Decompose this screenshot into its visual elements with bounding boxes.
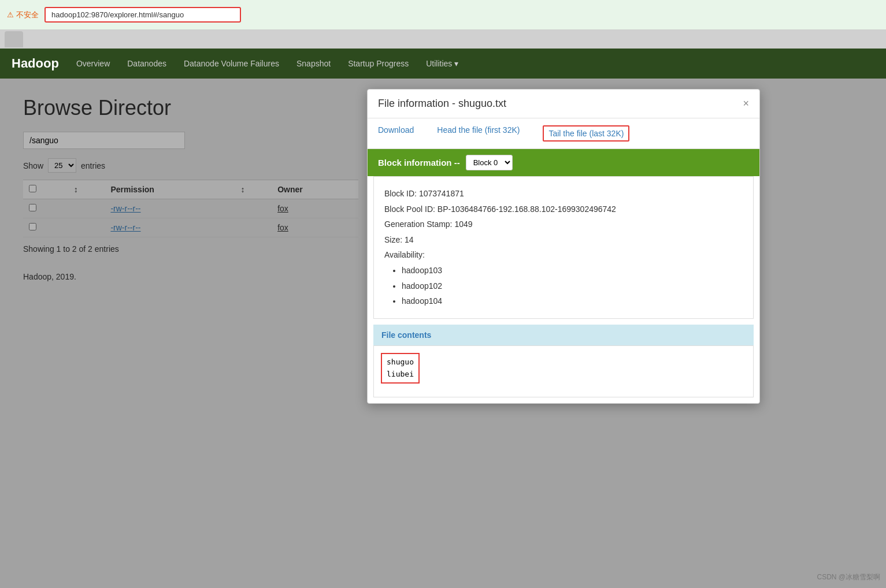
modal-close-button[interactable]: × <box>743 98 749 110</box>
availability-list: hadoop103 hadoop102 hadoop104 <box>402 263 743 309</box>
block-details: Block ID: 1073741871 Block Pool ID: BP-1… <box>373 176 754 319</box>
hadoop-logo: Hadoop <box>12 56 59 71</box>
availability-node-0: hadoop103 <box>402 263 743 278</box>
modal-header: File information - shuguo.txt × <box>368 90 759 118</box>
url-bar[interactable]: hadoop102:9870/explorer.html#/sanguo <box>45 7 241 23</box>
nav-utilities[interactable]: Utilities ▾ <box>426 59 458 68</box>
nav-startup-progress[interactable]: Startup Progress <box>348 59 409 68</box>
availability-label: Availability: <box>384 250 425 259</box>
generation-stamp-value: 1049 <box>454 219 472 229</box>
browser-bar: ⚠ 不安全 hadoop102:9870/explorer.html#/sang… <box>0 0 886 30</box>
block-select[interactable]: Block 0 <box>466 155 513 170</box>
block-id-value: 1073741871 <box>419 189 464 198</box>
file-contents-text: shuguo liubei <box>381 353 420 384</box>
block-pool-row: Block Pool ID: BP-1036484766-192.168.88.… <box>384 202 743 217</box>
modal-title: File information - shuguo.txt <box>378 98 506 110</box>
file-line-2: liubei <box>387 370 414 378</box>
generation-stamp-row: Generation Stamp: 1049 <box>384 217 743 232</box>
file-contents-area: shuguo liubei <box>373 345 754 397</box>
size-value: 14 <box>405 235 414 244</box>
size-label: Size: <box>384 235 402 244</box>
nav-datanode-volume-failures[interactable]: Datanode Volume Failures <box>184 59 279 68</box>
file-contents-section: File contents shuguo liubei <box>373 325 754 397</box>
modal-actions: Download Head the file (first 32K) Tail … <box>368 118 759 149</box>
nav-snapshot[interactable]: Snapshot <box>296 59 331 68</box>
block-info-label: Block information -- <box>378 158 460 168</box>
tail-file-link[interactable]: Tail the file (last 32K) <box>543 125 629 142</box>
warning-icon: ⚠ <box>7 10 14 19</box>
block-pool-label: Block Pool ID: <box>384 204 435 214</box>
block-info-header: Block information -- Block 0 <box>368 149 759 176</box>
warning-text: 不安全 <box>16 10 39 20</box>
block-id-row: Block ID: 1073741871 <box>384 186 743 202</box>
availability-row: Availability: hadoop103 hadoop102 hadoop… <box>384 247 743 308</box>
head-file-link[interactable]: Head the file (first 32K) <box>437 125 520 142</box>
browser-tab[interactable] <box>5 31 23 47</box>
hadoop-navbar: Hadoop Overview Datanodes Datanode Volum… <box>0 49 886 79</box>
availability-node-1: hadoop102 <box>402 278 743 294</box>
nav-overview[interactable]: Overview <box>76 59 110 68</box>
main-content: Browse Director Show 25 entries ↕ Permis… <box>0 79 886 588</box>
file-contents-header: File contents <box>373 325 754 345</box>
file-line-1: shuguo <box>387 358 414 366</box>
size-row: Size: 14 <box>384 232 743 248</box>
block-pool-value: BP-1036484766-192.168.88.102-16993024967… <box>438 204 616 214</box>
generation-stamp-label: Generation Stamp: <box>384 219 453 229</box>
download-link[interactable]: Download <box>378 125 414 142</box>
availability-node-2: hadoop104 <box>402 293 743 309</box>
file-info-modal: File information - shuguo.txt × Download… <box>367 89 760 404</box>
security-warning: ⚠ 不安全 <box>7 10 39 20</box>
block-id-label: Block ID: <box>384 189 417 198</box>
browser-tabs-row <box>0 30 886 49</box>
nav-datanodes[interactable]: Datanodes <box>127 59 166 68</box>
